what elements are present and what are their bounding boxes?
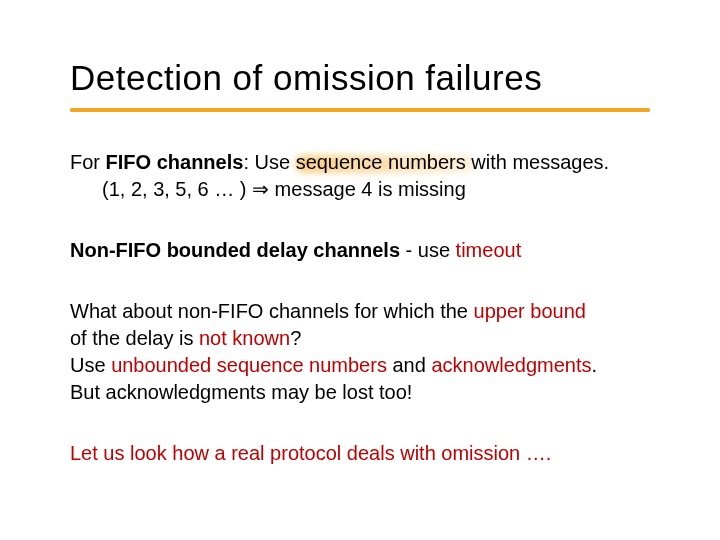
line-use: Use unbounded sequence numbers and ackno… (70, 352, 650, 379)
text: What about non-FIFO channels for which t… (70, 300, 474, 322)
text: - use (400, 239, 456, 261)
line-q2: of the delay is not known? (70, 325, 650, 352)
text: and (387, 354, 431, 376)
paragraph-unknown-delay: What about non-FIFO channels for which t… (70, 298, 650, 406)
line-but: But acknowledgments may be lost too! (70, 379, 650, 406)
slide: Detection of omission failures For FIFO … (0, 0, 720, 540)
slide-body: For FIFO channels: Use sequence numbers … (70, 149, 650, 467)
slide-title: Detection of omission failures (70, 58, 650, 98)
text: Use (70, 354, 111, 376)
line-fifo-1: For FIFO channels: Use sequence numbers … (70, 149, 650, 176)
term-timeout: timeout (456, 239, 522, 261)
paragraph-fifo: For FIFO channels: Use sequence numbers … (70, 149, 650, 203)
line-fifo-example: (1, 2, 3, 5, 6 … ) ⇒ message 4 is missin… (70, 176, 650, 203)
term-unbounded-seq: unbounded sequence numbers (111, 354, 387, 376)
text: . (591, 354, 597, 376)
text: : Use (243, 151, 295, 173)
paragraph-closing: Let us look how a real protocol deals wi… (70, 440, 650, 467)
term-upper-bound: upper bound (474, 300, 586, 322)
title-underline (70, 108, 650, 111)
accent-line (70, 108, 650, 111)
line-q1: What about non-FIFO channels for which t… (70, 298, 650, 325)
text: of the delay is (70, 327, 199, 349)
term-not-known: not known (199, 327, 290, 349)
term-sequence-numbers: sequence numbers (296, 151, 466, 173)
term-fifo-channels: FIFO channels (106, 151, 244, 173)
text: ? (290, 327, 301, 349)
closing-text: Let us look how a real protocol deals wi… (70, 442, 551, 464)
term-nonfifo-bounded: Non-FIFO bounded delay channels (70, 239, 400, 261)
text: with messages. (466, 151, 609, 173)
paragraph-nonfifo-bounded: Non-FIFO bounded delay channels - use ti… (70, 237, 650, 264)
text: For (70, 151, 106, 173)
term-acknowledgments: acknowledgments (431, 354, 591, 376)
